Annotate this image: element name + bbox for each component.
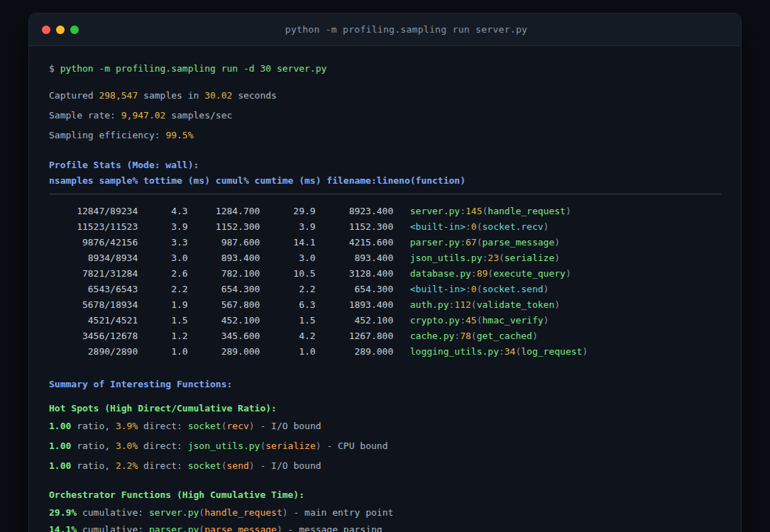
profile-stats-heading: Profile Stats (Mode: wall):	[49, 158, 721, 172]
note-text: - I/O bound	[255, 460, 321, 471]
paren: )	[582, 346, 588, 357]
function-name: socket.send	[483, 284, 544, 294]
filename: server.py	[410, 206, 460, 216]
captured-label: Captured	[49, 90, 99, 101]
colon: :	[454, 331, 460, 341]
paren: (	[477, 221, 483, 232]
paren: (	[199, 507, 204, 518]
paren: )	[544, 315, 549, 326]
ratio-value: 1.00	[49, 460, 71, 471]
colon: :	[460, 206, 466, 216]
target-name: server.py	[149, 507, 199, 518]
colon: :	[460, 315, 466, 326]
filename: <built-in>	[410, 221, 466, 232]
line-number: 45	[466, 315, 477, 326]
filename: logging_utils.py	[410, 346, 499, 357]
efficiency-label: Sampling efficiency:	[49, 130, 165, 140]
function-name: serialize	[505, 253, 554, 263]
ratio-value: 1.00	[49, 440, 71, 451]
filename: crypto.py	[410, 315, 460, 326]
colon: :	[471, 268, 477, 279]
captured-suffix-text: seconds	[232, 90, 277, 101]
profile-row: 6543/6543 2.2 654.300 2.2 654.300 <built…	[49, 282, 721, 297]
line-number: 67	[466, 237, 477, 248]
window-titlebar[interactable]: python -m profiling.sampling run server.…	[29, 13, 741, 46]
colon: :	[499, 346, 505, 357]
profile-row: 3456/12678 1.2 345.600 4.2 1267.800 cach…	[49, 328, 721, 344]
paren: )	[277, 524, 282, 532]
table-header: nsamples sample% tottime (ms) cumul% cum…	[49, 174, 721, 188]
paren: )	[554, 237, 560, 248]
table-divider	[49, 194, 721, 194]
profile-row: 7821/31284 2.6 782.100 10.5 3128.400 dat…	[49, 266, 721, 282]
paren: )	[566, 206, 571, 216]
paren: )	[554, 299, 560, 310]
line-number: 145	[466, 206, 482, 216]
ratio-value: 1.00	[49, 421, 71, 431]
row-metrics: 6543/6543 2.2 654.300 2.2 654.300	[49, 284, 410, 294]
close-button[interactable]	[42, 26, 50, 34]
row-metrics: 9876/42156 3.3 987.600 14.1 4215.600	[49, 237, 410, 248]
row-metrics: 11523/11523 3.9 1152.300 3.9 1152.300	[49, 221, 410, 232]
paren: )	[532, 331, 538, 341]
minimize-button[interactable]	[56, 26, 65, 34]
note-text: - message parsing	[282, 524, 383, 532]
efficiency-line: Sampling efficiency: 99.5%	[49, 128, 721, 143]
paren: )	[249, 421, 255, 431]
note-text: - I/O bound	[255, 421, 321, 431]
text: cumulative:	[77, 524, 149, 532]
paren: )	[566, 268, 571, 279]
colon: :	[460, 237, 466, 248]
paren: (	[477, 237, 483, 248]
filename: auth.py	[410, 299, 449, 310]
captured-mid-text: samples in	[138, 90, 204, 101]
text: direct:	[138, 460, 187, 471]
hot-spot-item: 1.00 ratio, 2.2% direct: socket(send) - …	[49, 459, 721, 473]
text: direct:	[138, 440, 187, 451]
row-metrics: 12847/89234 4.3 1284.700 29.9 8923.400	[49, 206, 410, 216]
sample-rate-line: Sample rate: 9,947.02 samples/sec	[49, 109, 721, 123]
cumulative-percent: 14.1%	[49, 524, 77, 532]
function-name: serialize	[265, 440, 315, 451]
paren: (	[221, 421, 227, 431]
hot-spot-items: 1.00 ratio, 3.9% direct: socket(recv) - …	[49, 419, 721, 473]
function-name: execute_query	[493, 268, 566, 279]
row-metrics: 7821/31284 2.6 782.100 10.5 3128.400	[49, 268, 410, 279]
line-number: 23	[488, 253, 499, 263]
row-metrics: 4521/4521 1.5 452.100 1.5 452.100	[49, 315, 410, 326]
text: cumulative:	[77, 507, 149, 518]
line-number: 89	[477, 268, 488, 279]
maximize-button[interactable]	[70, 26, 79, 34]
profile-row: 8934/8934 3.0 893.400 3.0 893.400 json_u…	[49, 250, 721, 266]
paren: (	[199, 524, 204, 532]
function-name: handle_request	[488, 206, 566, 216]
window-title: python -m profiling.sampling run server.…	[84, 24, 728, 35]
function-name: log_request	[521, 346, 582, 357]
line-number: 78	[460, 331, 471, 341]
note-text: - CPU bound	[321, 440, 388, 451]
paren: (	[477, 315, 483, 326]
capture-duration: 30.02	[204, 90, 232, 101]
filename: parser.py	[410, 237, 460, 248]
function-name: parse_message	[204, 524, 277, 532]
samples-count: 298,547	[99, 90, 138, 101]
line-number: 34	[505, 346, 516, 357]
function-name: parse_message	[483, 237, 555, 248]
filename: database.py	[410, 268, 471, 279]
terminal-window: python -m profiling.sampling run server.…	[28, 13, 742, 532]
paren: )	[316, 440, 321, 451]
function-name: recv	[227, 421, 249, 431]
target-name: json_utils.py	[188, 440, 260, 451]
note-text: - main entry point	[288, 507, 394, 518]
text: ratio,	[71, 421, 116, 431]
text: direct:	[138, 421, 187, 431]
profile-row: 5678/18934 1.9 567.800 6.3 1893.400 auth…	[49, 297, 721, 313]
traffic-lights	[42, 26, 84, 34]
command-line: $ python -m profiling.sampling run -d 30…	[49, 62, 721, 76]
captured-line: Captured 298,547 samples in 30.02 second…	[49, 89, 721, 103]
summary-heading: Summary of Interesting Functions:	[49, 377, 721, 392]
line-number: 112	[454, 299, 471, 310]
paren: (	[221, 460, 227, 471]
filename: cache.py	[410, 331, 455, 341]
command-text: python -m profiling.sampling run -d 30 s…	[60, 63, 327, 74]
